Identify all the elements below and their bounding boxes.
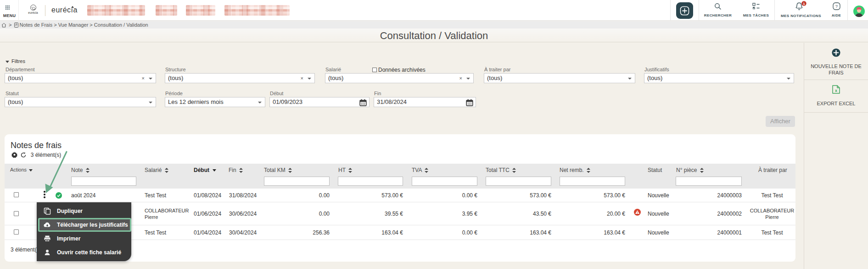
- svg-text:x: x: [835, 88, 837, 93]
- svg-text:?: ?: [835, 4, 837, 9]
- svg-text:1: 1: [803, 2, 805, 6]
